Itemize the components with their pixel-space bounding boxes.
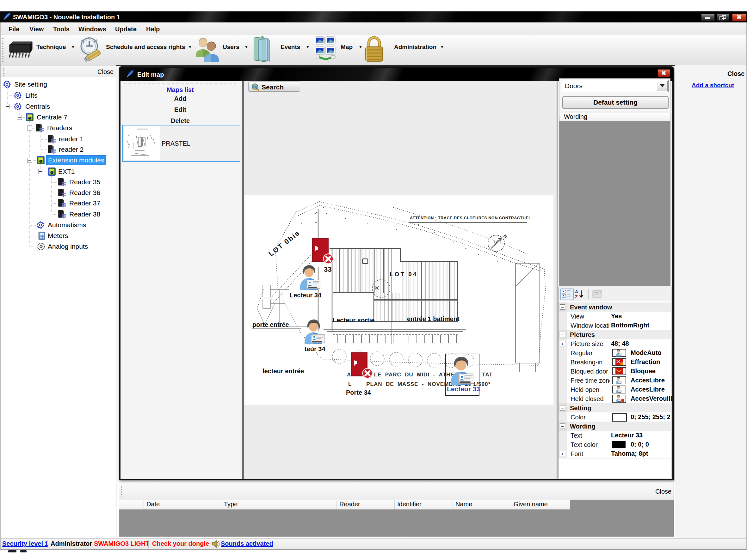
svg-text:Lecteur sortie: Lecteur sortie xyxy=(333,317,375,324)
svg-text:Z: Z xyxy=(575,294,578,299)
svg-text:N: N xyxy=(503,234,508,239)
svg-text:Lecteur 33: Lecteur 33 xyxy=(447,385,480,393)
svg-text:33: 33 xyxy=(324,265,331,273)
svg-text:porte entrée: porte entrée xyxy=(252,321,289,328)
svg-text:entrée 1 batiment: entrée 1 batiment xyxy=(407,315,460,322)
svg-text:teur 34: teur 34 xyxy=(305,345,326,352)
svg-text:LOT 04: LOT 04 xyxy=(390,271,417,277)
svg-text:ATTENTION : TRACE DES CLOTURES: ATTENTION : TRACE DES CLOTURES NON CONTR… xyxy=(410,216,531,220)
svg-text:LOT 0bis: LOT 0bis xyxy=(267,229,301,258)
svg-text:lecteur entrée: lecteur entrée xyxy=(262,368,304,374)
svg-text:Lecteur 34: Lecteur 34 xyxy=(290,292,321,299)
svg-text:Porte 34: Porte 34 xyxy=(346,389,371,396)
svg-text:A: A xyxy=(575,289,578,294)
